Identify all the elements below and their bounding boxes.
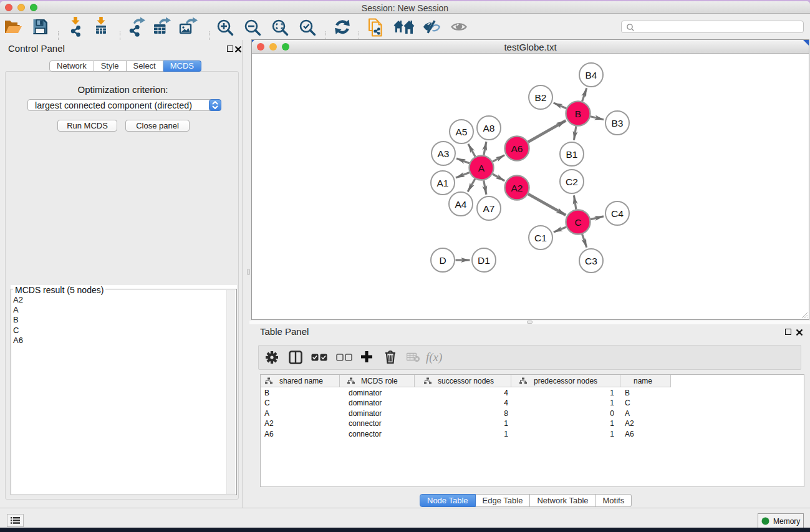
svg-text:A6: A6 [511, 143, 523, 154]
svg-text:A4: A4 [455, 199, 467, 210]
svg-text:D1: D1 [478, 255, 490, 266]
svg-text:C1: C1 [534, 233, 547, 243]
svg-text:C: C [574, 217, 581, 228]
svg-text:A3: A3 [438, 148, 450, 159]
svg-text:A8: A8 [483, 123, 495, 133]
svg-text:D: D [439, 255, 446, 266]
svg-text:A7: A7 [483, 203, 495, 214]
svg-text:B2: B2 [535, 92, 547, 103]
svg-text:A5: A5 [456, 127, 468, 137]
svg-text:B3: B3 [612, 118, 624, 128]
svg-text:C3: C3 [585, 256, 597, 266]
svg-text:B4: B4 [586, 70, 597, 80]
svg-text:B: B [575, 109, 581, 119]
svg-text:C4: C4 [611, 208, 624, 219]
svg-text:A: A [478, 163, 485, 173]
svg-text:f(x): f(x) [426, 351, 442, 364]
svg-text:A2: A2 [511, 183, 523, 193]
svg-text:A1: A1 [437, 178, 449, 188]
svg-text:C2: C2 [566, 177, 578, 187]
svg-text:B1: B1 [566, 149, 578, 160]
